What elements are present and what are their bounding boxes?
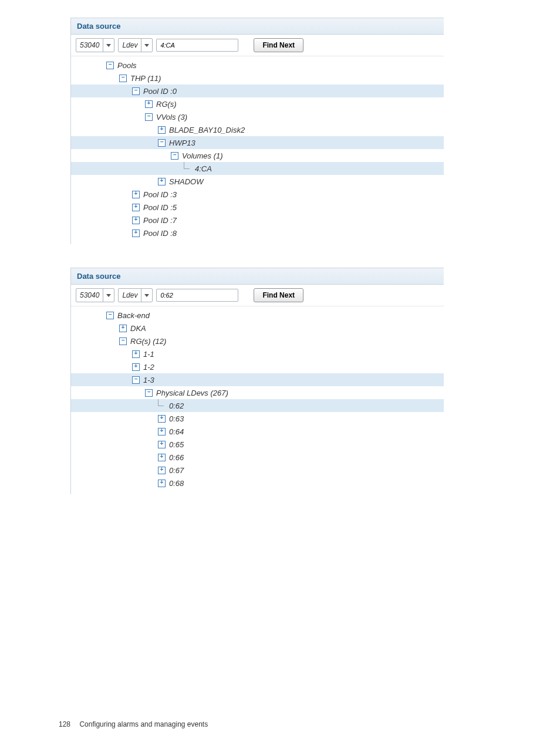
page-footer: 128 Configuring alarms and managing even… xyxy=(59,720,208,728)
tree-label: 0:62 xyxy=(169,401,184,410)
tree-label: RG(s) xyxy=(156,100,177,109)
tree-thp[interactable]: −THP (11) xyxy=(71,72,444,85)
collapse-icon[interactable]: − xyxy=(106,62,114,69)
tree-label: 0:67 xyxy=(169,466,184,475)
tree-0-62[interactable]: 0:62 xyxy=(71,399,444,412)
panel-title: Data source xyxy=(71,268,444,285)
array-select[interactable]: 53040 xyxy=(76,38,114,52)
expand-icon[interactable]: + xyxy=(158,467,166,474)
array-select[interactable]: 53040 xyxy=(76,288,114,302)
collapse-icon[interactable]: − xyxy=(132,376,140,384)
expand-icon[interactable]: + xyxy=(132,191,140,198)
array-select-label: 53040 xyxy=(76,291,103,299)
tree-label: THP (11) xyxy=(130,74,161,83)
tree-1-3[interactable]: −1-3 xyxy=(71,373,444,386)
tree-pool-8[interactable]: +Pool ID :8 xyxy=(71,227,444,239)
expand-icon[interactable]: + xyxy=(119,325,127,332)
tree-pool-0[interactable]: −Pool ID :0 xyxy=(71,85,444,97)
tree-shadow[interactable]: +SHADOW xyxy=(71,175,444,188)
tree: −Pools−THP (11)−Pool ID :0+RG(s)−VVols (… xyxy=(71,56,444,244)
type-select[interactable]: Ldev xyxy=(118,288,153,302)
expand-icon[interactable]: + xyxy=(158,428,166,436)
search-input[interactable] xyxy=(156,289,238,302)
tree-4ca[interactable]: 4:CA xyxy=(71,162,444,175)
chevron-down-icon xyxy=(141,39,152,52)
tree-1-2[interactable]: +1-2 xyxy=(71,360,444,373)
data-source-panel-2: Data source 53040 Ldev Find Next −Back-e… xyxy=(70,268,444,494)
tree-label: Pool ID :8 xyxy=(143,229,177,238)
tree-rgs[interactable]: +RG(s) xyxy=(71,97,444,110)
tree-label: Pool ID :5 xyxy=(143,203,177,212)
footer-title: Configuring alarms and managing events xyxy=(79,720,208,728)
tree-blade[interactable]: +BLADE_BAY10_Disk2 xyxy=(71,123,444,136)
tree-0-67[interactable]: +0:67 xyxy=(71,464,444,477)
collapse-icon[interactable]: − xyxy=(132,87,140,95)
expand-icon[interactable]: + xyxy=(145,100,153,108)
expand-icon[interactable]: + xyxy=(132,204,140,211)
tree-label: 0:68 xyxy=(169,479,184,488)
tree-label: 0:65 xyxy=(169,440,184,449)
type-select-label: Ldev xyxy=(119,291,141,299)
tree-0-66[interactable]: +0:66 xyxy=(71,451,444,464)
tree-label: Physical LDevs (267) xyxy=(156,389,228,397)
tree-rgs-12[interactable]: −RG(s) (12) xyxy=(71,335,444,347)
expand-icon[interactable]: + xyxy=(158,126,166,134)
tree-0-64[interactable]: +0:64 xyxy=(71,425,444,438)
tree-label: HWP13 xyxy=(169,139,195,147)
tree-1-1[interactable]: +1-1 xyxy=(71,347,444,360)
expand-icon[interactable]: + xyxy=(132,229,140,237)
collapse-icon[interactable]: − xyxy=(119,75,127,82)
expand-icon[interactable]: + xyxy=(132,217,140,224)
tree-leaf-icon xyxy=(184,165,191,173)
tree-backend[interactable]: −Back-end xyxy=(71,309,444,322)
tree-label: VVols (3) xyxy=(156,113,187,121)
tree-label: BLADE_BAY10_Disk2 xyxy=(169,126,245,134)
chevron-down-icon xyxy=(103,289,114,302)
tree-label: RG(s) (12) xyxy=(130,337,166,346)
tree-pools[interactable]: −Pools xyxy=(71,59,444,72)
collapse-icon[interactable]: − xyxy=(158,139,166,147)
tree-pool-3[interactable]: +Pool ID :3 xyxy=(71,188,444,201)
tree-label: 1-3 xyxy=(143,376,154,384)
collapse-icon[interactable]: − xyxy=(171,152,178,160)
tree-dka[interactable]: +DKA xyxy=(71,322,444,335)
expand-icon[interactable]: + xyxy=(132,363,140,371)
search-input[interactable] xyxy=(156,39,238,52)
tree-label: SHADOW xyxy=(169,177,204,186)
find-next-button[interactable]: Find Next xyxy=(254,288,303,302)
expand-icon[interactable]: + xyxy=(158,454,166,461)
tree-0-65[interactable]: +0:65 xyxy=(71,438,444,451)
tree-pool-5[interactable]: +Pool ID :5 xyxy=(71,201,444,214)
tree-label: Pool ID :0 xyxy=(143,87,177,96)
tree-vvols[interactable]: −VVols (3) xyxy=(71,110,444,123)
tree-label: DKA xyxy=(130,324,146,333)
tree-label: Pool ID :7 xyxy=(143,216,177,225)
tree-label: 0:64 xyxy=(169,427,184,436)
expand-icon[interactable]: + xyxy=(132,350,140,358)
collapse-icon[interactable]: − xyxy=(119,337,127,345)
tree-label: 0:66 xyxy=(169,453,184,462)
collapse-icon[interactable]: − xyxy=(106,312,114,319)
panel-title: Data source xyxy=(71,18,444,35)
expand-icon[interactable]: + xyxy=(158,178,166,185)
expand-icon[interactable]: + xyxy=(158,441,166,448)
tree-label: Back-end xyxy=(117,311,150,320)
expand-icon[interactable]: + xyxy=(158,415,166,423)
tree-pool-7[interactable]: +Pool ID :7 xyxy=(71,214,444,227)
collapse-icon[interactable]: − xyxy=(145,389,153,397)
chevron-down-icon xyxy=(141,289,152,302)
tree-label: 0:63 xyxy=(169,414,184,423)
tree-0-63[interactable]: +0:63 xyxy=(71,412,444,425)
tree-volumes[interactable]: −Volumes (1) xyxy=(71,149,444,162)
expand-icon[interactable]: + xyxy=(158,480,166,487)
tree-physical-ldevs[interactable]: −Physical LDevs (267) xyxy=(71,386,444,399)
collapse-icon[interactable]: − xyxy=(145,113,153,121)
tree-hwp13[interactable]: −HWP13 xyxy=(71,136,444,149)
tree-0-68[interactable]: +0:68 xyxy=(71,477,444,490)
find-next-button[interactable]: Find Next xyxy=(254,38,303,52)
tree-label: 1-2 xyxy=(143,363,154,372)
tree-label: Volumes (1) xyxy=(182,151,223,160)
data-source-panel-1: Data source 53040 Ldev Find Next −Pools−… xyxy=(70,18,444,244)
type-select[interactable]: Ldev xyxy=(118,38,153,52)
tree-label: Pool ID :3 xyxy=(143,190,177,199)
